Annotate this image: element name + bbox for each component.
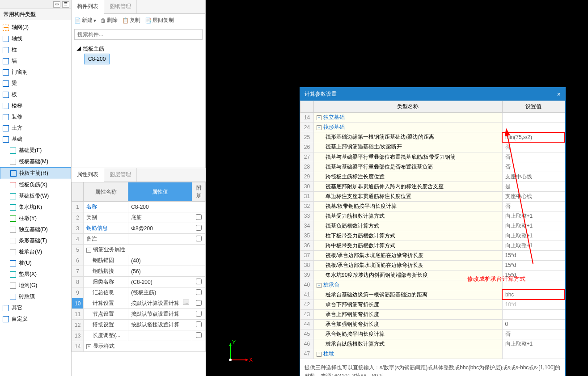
param-value[interactable]: bhc [502,290,565,300]
param-row[interactable]: 28筏基与基础梁平行重叠部位是否布置筏基负筋否 [300,162,565,172]
prop-value[interactable]: C8-200 [128,202,192,212]
expand-icon[interactable]: - [86,248,91,253]
tree-parent[interactable]: ◢ 筏板主筋 [76,44,201,54]
tab-property-list[interactable]: 属性列表 [72,168,104,182]
copy-button[interactable]: 📋 复制 [122,17,140,24]
new-button[interactable]: 📄 新建 ▾ [74,17,96,24]
property-row[interactable]: 9汇总信息(筏板主筋) [72,287,206,298]
tree-item[interactable]: 筏板基础(M) [0,156,71,167]
property-row[interactable]: 12搭接设置按默认搭接设置计算 [72,320,206,330]
tree-item[interactable]: 基础 [0,134,71,145]
tab-layer-mgmt[interactable]: 图层管理 [104,168,137,182]
prop-value[interactable]: 按默认节点设置计算 [128,309,192,320]
expand-icon[interactable]: - [317,283,321,288]
param-value[interactable]: 是 [502,182,565,191]
tree-item[interactable]: 基础板带(W) [0,190,71,202]
param-value[interactable]: 向上取整+1 [502,241,565,250]
param-value[interactable]: 15*d [502,260,565,270]
prop-value[interactable] [128,330,192,341]
prop-value[interactable]: (筏板主筋) [128,287,192,298]
prop-checkbox[interactable] [196,300,202,306]
tree-item[interactable]: 土方 [0,123,71,134]
prop-checkbox[interactable] [196,311,202,317]
prop-value[interactable] [128,234,192,245]
param-value[interactable] [502,309,565,319]
prop-checkbox[interactable] [196,289,202,295]
tab-component-list[interactable]: 构件列表 [72,0,104,14]
property-row[interactable]: 3钢筋信息Φ8@200 [72,223,206,234]
param-row[interactable]: 47+柱墩 [300,349,565,359]
property-row[interactable]: 11节点设置按默认节点设置计算 [72,309,206,320]
param-value[interactable]: 向上取整+1 [502,339,565,349]
param-row[interactable]: 26筏基上部钢筋遇基础主/次梁断开否 [300,142,565,152]
tree-item[interactable]: 墙 [0,55,71,67]
delete-button[interactable]: 🗑 删除 [101,17,118,24]
prop-value[interactable]: (C8-200) [128,277,192,287]
view-icon-2[interactable]: ☰ [62,1,69,8]
param-value[interactable] [502,349,565,359]
tree-item[interactable]: 楼梯 [0,100,71,111]
tree-item[interactable]: 地沟(G) [0,280,71,291]
param-row[interactable]: 31单边标注支座非贯通筋标注长度位置支座中心线 [300,191,565,201]
tree-item[interactable]: 自定义 [0,313,71,325]
param-value[interactable] [502,123,565,132]
param-row[interactable]: 24-筏形基础 [300,123,565,132]
tab-drawing-mgmt[interactable]: 图纸管理 [104,0,137,13]
prop-checkbox[interactable] [196,279,202,284]
prop-checkbox[interactable] [196,332,202,338]
param-value[interactable]: 支座中心线 [502,172,565,182]
param-value[interactable]: 向上取整+1 [502,221,565,231]
tree-item[interactable]: 垫层(X) [0,269,71,280]
param-row[interactable]: 46桩承台纵筋根数计算方式向上取整+1 [300,339,565,349]
tree-item[interactable]: 板 [0,89,71,100]
prop-value[interactable]: 按默认计算设置计算... [128,298,192,309]
tree-item[interactable]: 柱 [0,44,71,55]
param-row[interactable]: 44承台加强钢筋弯折长度0 [300,319,565,329]
tree-item[interactable]: 集水坑(K) [0,202,71,213]
property-row[interactable]: 8归类名称(C8-200) [72,277,206,287]
tree-item[interactable]: 筏板负筋(X) [0,179,71,190]
ellipsis-button[interactable]: ... [183,300,189,305]
param-value[interactable]: 否 [502,142,565,152]
expand-icon[interactable]: + [317,352,321,357]
tree-item[interactable]: 柱墩(Y) [0,213,71,224]
property-row[interactable]: 6钢筋锚固(40) [72,255,206,266]
property-row[interactable]: 13长度调整(... [72,330,206,341]
property-row[interactable]: 1名称C8-200 [72,202,206,212]
param-row[interactable]: 45承台钢筋按平均长度计算否 [300,329,565,339]
prop-checkbox[interactable] [196,225,202,231]
param-row[interactable]: 34筏基负筋根数计算方式向上取整+1 [300,221,565,231]
param-value[interactable]: 向上取整+1 [502,231,565,241]
view-icon-1[interactable]: ▭ [53,1,60,8]
tree-item[interactable]: 条形基础(T) [0,235,71,246]
tree-item[interactable]: 轴网(J) [0,22,71,33]
param-value[interactable] [502,113,565,123]
prop-value[interactable]: 按默认搭接设置计算 [128,320,192,330]
param-row[interactable]: 41桩承台基础边缘第一根钢筋距基础边的距离bhc [300,290,565,300]
property-row[interactable]: 14+显示样式 [72,341,206,352]
param-row[interactable]: 25筏形基础边缘第一根钢筋距基础边/梁边的距离min(75,s/2) [300,132,565,142]
property-row[interactable]: 4备注 [72,234,206,245]
property-row[interactable]: 10计算设置按默认计算设置计算... [72,298,206,309]
param-row[interactable]: 29跨筏板主筋标注长度位置支座中心线 [300,172,565,182]
tree-child-selected[interactable]: C8-200 [84,54,110,64]
property-row[interactable]: 5-钢筋业务属性 [72,245,206,255]
tree-item[interactable]: 其它 [0,302,71,313]
property-row[interactable]: 7钢筋搭接(56) [72,266,206,277]
param-row[interactable]: 38筏板/承台边部集水坑面筋在边缘弯折长度15*d [300,260,565,270]
param-row[interactable]: 42承台下部钢筋弯折长度10*d [300,300,565,309]
param-row[interactable]: 27筏基与基础梁平行重叠部位布置筏基底筋/板带受力钢筋否 [300,152,565,162]
tree-item[interactable]: 桩承台(V) [0,246,71,258]
expand-icon[interactable]: - [317,125,321,130]
tree-item[interactable]: 基础梁(F) [0,145,71,156]
expand-icon[interactable]: + [86,344,91,349]
tree-item[interactable]: 梁 [0,78,71,89]
param-value[interactable]: 10*d [502,300,565,309]
param-value[interactable]: 0 [502,319,565,329]
param-value[interactable]: 支座中心线 [502,191,565,201]
param-value[interactable]: 向上取整+1 [502,211,565,221]
param-row[interactable]: 35柱下板带受力筋根数计算方式向上取整+1 [300,231,565,241]
search-input[interactable] [74,29,203,40]
prop-checkbox[interactable] [196,236,202,241]
tree-item[interactable]: 独立基础(D) [0,224,71,235]
